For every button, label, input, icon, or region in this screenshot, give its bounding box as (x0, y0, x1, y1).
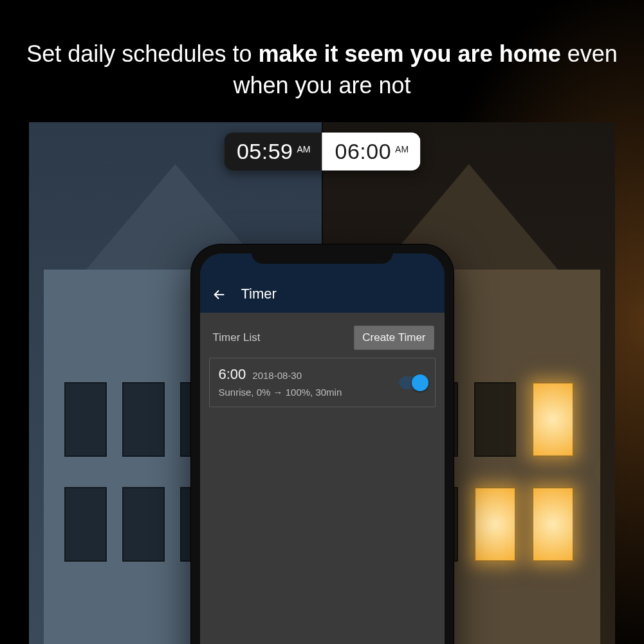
promo-canvas: Set daily schedules to make it seem you … (0, 0, 644, 644)
timer-date: 2018-08-30 (252, 370, 302, 381)
back-button[interactable] (212, 287, 227, 302)
timer-time: 6:00 (219, 366, 246, 383)
headline-prefix: Set daily schedules to (26, 41, 258, 67)
time-before-value: 05:59 (237, 139, 293, 164)
timer-list-header: Timer List Create Timer (209, 322, 436, 358)
time-after: 06:00 AM (322, 133, 421, 170)
time-after-value: 06:00 (335, 139, 392, 164)
phone-mockup: Timer Timer List Create Timer 6:00 2018-… (191, 244, 454, 644)
time-comparison-pill: 05:59 AM 06:00 AM (224, 133, 420, 170)
timer-description: Sunrise, 0% → 100%, 30min (219, 387, 426, 398)
arrow-left-icon (212, 288, 226, 302)
time-before: 05:59 AM (224, 133, 322, 170)
time-after-ampm: AM (395, 144, 409, 154)
timer-toggle[interactable] (399, 376, 427, 389)
headline-bold: make it seem you are home (258, 41, 560, 67)
timer-item[interactable]: 6:00 2018-08-30 Sunrise, 0% → 100%, 30mi… (209, 358, 436, 407)
create-timer-button[interactable]: Create Timer (354, 326, 434, 350)
time-before-ampm: AM (297, 144, 311, 154)
headline: Set daily schedules to make it seem you … (0, 39, 644, 101)
timer-list-label: Timer List (213, 331, 261, 344)
toggle-knob (412, 374, 428, 391)
app-body: Timer List Create Timer 6:00 2018-08-30 … (200, 313, 445, 407)
app-title: Timer (241, 286, 277, 302)
phone-notch (251, 244, 392, 264)
phone-screen: Timer Timer List Create Timer 6:00 2018-… (200, 253, 445, 644)
